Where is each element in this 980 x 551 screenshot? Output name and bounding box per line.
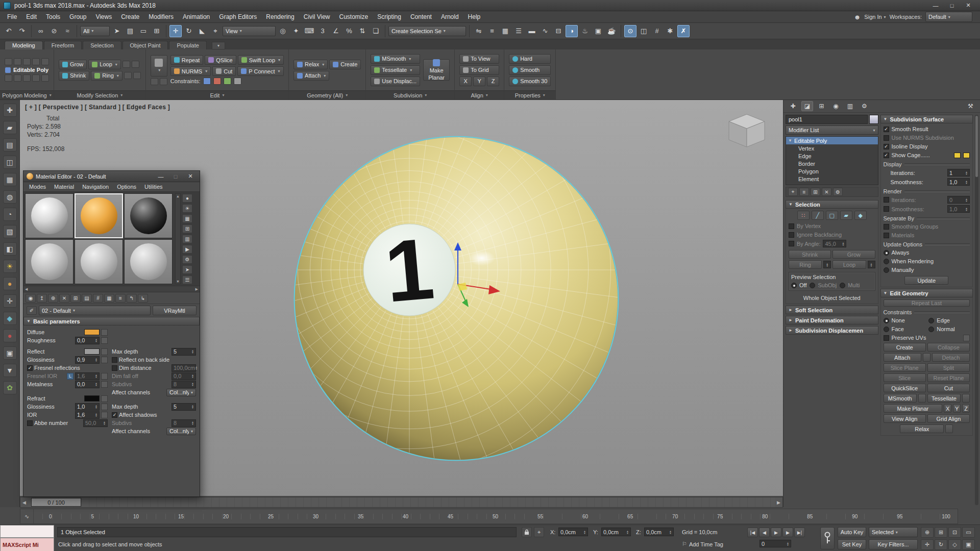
close-icon[interactable]: ✕ (960, 1, 976, 11)
key-filter-selected-dropdown[interactable]: Selected (869, 527, 918, 537)
timeline-tick-label[interactable]: 35 (358, 514, 363, 519)
render-production-icon[interactable]: ☕ (605, 25, 618, 37)
menu-item[interactable]: Create (116, 12, 144, 22)
tessellate-button[interactable]: Tessellate (371, 65, 420, 75)
update-button[interactable]: Update (904, 276, 948, 285)
diffuse-color-swatch[interactable] (84, 329, 100, 335)
ring-grow-icon[interactable] (124, 72, 132, 79)
attach-button[interactable]: Attach (884, 353, 921, 362)
render-iterations-checkbox[interactable] (884, 197, 889, 203)
key-filters-button[interactable]: Key Filters... (869, 539, 918, 549)
abbe-checkbox[interactable] (27, 420, 33, 426)
material-slot[interactable] (25, 193, 74, 238)
section-label[interactable]: Polygon Modeling (0, 90, 54, 99)
cut-button[interactable]: Cut (212, 66, 236, 76)
material-slot[interactable] (124, 193, 173, 238)
when-rendering-radio[interactable] (884, 259, 889, 264)
timeline-tick-label[interactable]: 20 (223, 514, 229, 519)
constraint-face-icon[interactable] (224, 78, 231, 85)
nurms-button[interactable]: NURMS (170, 66, 211, 76)
refract-max-depth-field[interactable]: 5 (172, 403, 196, 411)
material-editor-icon[interactable]: ◑ (566, 25, 578, 37)
swift-loop-button[interactable]: Swift Loop (238, 55, 284, 65)
fov-icon[interactable]: ◇ (948, 539, 961, 550)
auto-key-button[interactable]: Auto Key (838, 527, 866, 537)
cage-selected-color-swatch[interactable] (963, 153, 970, 158)
selection-filter-dropdown[interactable]: All (80, 26, 110, 36)
planar-z-button[interactable]: Z (962, 404, 970, 413)
edit-geometry-rollout-header[interactable]: ▼Edit Geometry (880, 289, 973, 297)
planar-x-button[interactable]: X (944, 404, 951, 413)
angle-snap-icon[interactable]: ∠ (330, 25, 342, 37)
zoom-extents-icon[interactable]: ⊡ (948, 527, 961, 538)
minimize-icon[interactable]: — (927, 1, 944, 11)
timeline-tick-label[interactable]: 10 (133, 514, 139, 519)
maximize-icon[interactable]: □ (169, 171, 182, 182)
maxscript-mini-listener[interactable]: MAXScript Mi (0, 538, 54, 551)
element-mode-icon[interactable] (41, 58, 49, 65)
left-toolbar-icon[interactable]: ▰ (3, 121, 17, 134)
cage-color-swatch[interactable] (954, 153, 961, 158)
modify-tab-icon[interactable]: ◪ (801, 101, 813, 111)
iteration-field-icon[interactable] (151, 78, 158, 85)
subdivs-field[interactable]: 8 (172, 381, 196, 388)
manually-radio[interactable] (884, 267, 889, 273)
stack-item-editable-poly[interactable]: ▼Editable Poly (786, 137, 878, 144)
select-placement-icon[interactable]: ⌖ (209, 25, 222, 37)
max-depth-field[interactable]: 5 (172, 348, 196, 356)
select-and-manipulate-icon[interactable]: ✦ (290, 25, 302, 37)
go-forward-icon[interactable]: ↳ (138, 294, 148, 303)
left-toolbar-icon[interactable]: ▦ (3, 173, 17, 186)
reflect-color-swatch[interactable] (84, 348, 100, 355)
timeline-tick-label[interactable]: 85 (807, 514, 813, 519)
to-grid-button[interactable]: To Grid (459, 65, 499, 75)
set-key-button[interactable]: Set Key (838, 539, 866, 549)
collapsed-rollout-header[interactable]: ►Soft Selection (786, 306, 878, 314)
planar-y-button[interactable]: Y (953, 404, 961, 413)
timeline-tick-label[interactable]: 90 (852, 514, 857, 519)
mini-curve-editor-icon[interactable]: ∿ (20, 509, 34, 523)
left-toolbar-icon[interactable]: ▼ (3, 364, 17, 377)
isolate-selection-icon[interactable]: ⊙ (624, 25, 636, 37)
dim-distance-checkbox[interactable] (112, 365, 117, 371)
select-and-move-icon[interactable]: ✛ (169, 25, 182, 37)
trackbar-left-arrow-icon[interactable]: ◀ (20, 497, 28, 507)
pick-material-eyedropper-icon[interactable]: ✐ (27, 306, 37, 315)
timeline-tick-label[interactable]: 0 (49, 514, 52, 519)
make-planar-button[interactable]: MakePlanar (423, 59, 450, 81)
create-button[interactable]: Create (329, 60, 361, 69)
preview-multi-radio[interactable] (840, 283, 845, 288)
menu-item[interactable]: Scripting (373, 12, 406, 22)
detach-button[interactable]: Detach (932, 353, 970, 362)
menu-item[interactable]: Modes (25, 184, 50, 190)
by-angle-checkbox[interactable] (789, 241, 794, 246)
display-iterations-field[interactable]: 1 (947, 169, 970, 177)
timeline-tick-label[interactable]: 15 (178, 514, 184, 519)
left-toolbar-icon[interactable]: ☀ (3, 260, 17, 273)
fresnel-ior-lock-icon[interactable]: L (67, 373, 74, 380)
video-color-check-icon[interactable]: ▥ (182, 235, 192, 243)
loop-spinner[interactable] (868, 261, 875, 268)
refract-subdivs-field[interactable]: 8 (172, 419, 196, 427)
timeline-tick-label[interactable]: 50 (493, 514, 498, 519)
refract-glossiness-field[interactable]: 1,0 (75, 403, 100, 411)
split-button[interactable]: Split (927, 363, 970, 372)
dim-distance-field[interactable]: 100,0cm (172, 364, 196, 372)
section-label[interactable]: Subdivision (366, 90, 454, 99)
minimize-icon[interactable]: — (155, 171, 167, 182)
ring-shrink-icon[interactable] (133, 72, 141, 79)
align-y-button[interactable]: Y (473, 77, 485, 86)
repeat-button[interactable]: Repeat (170, 55, 203, 65)
select-by-name-icon[interactable]: ▤ (124, 25, 136, 37)
modifier-list-dropdown[interactable]: Modifier List (786, 126, 878, 135)
left-toolbar-icon[interactable]: ● (3, 277, 17, 290)
timeline-tick-label[interactable]: 40 (403, 514, 408, 519)
ring-button[interactable]: Ring (91, 71, 122, 81)
constraint-none-icon[interactable] (203, 78, 211, 85)
section-label[interactable]: Geometry (All) (289, 90, 365, 99)
relax-button[interactable]: Relax (900, 424, 944, 433)
constraint-normal-radio[interactable] (928, 327, 934, 332)
menu-item[interactable]: Civil View (299, 12, 335, 22)
workspace-dropdown[interactable]: Default (925, 12, 972, 22)
align-icon[interactable]: ≡ (486, 25, 498, 37)
